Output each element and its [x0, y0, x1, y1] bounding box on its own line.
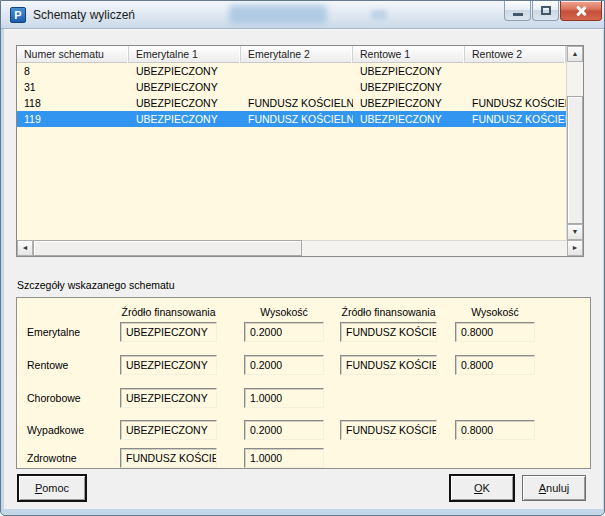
- redacted-area: [229, 5, 327, 24]
- wypadkowe-zrodlo-1-field[interactable]: UBEZPIECZONY: [120, 420, 217, 440]
- table-cell[interactable]: 118: [17, 95, 129, 111]
- maximize-icon: [541, 6, 551, 15]
- close-icon: [575, 5, 587, 17]
- scroll-left-button[interactable]: ◄: [17, 240, 33, 256]
- wypadkowe-zrodlo-2-field[interactable]: FUNDUSZ KOŚCIELNY: [340, 420, 437, 440]
- vertical-scroll-thumb[interactable]: [567, 96, 583, 224]
- dialog-window: P Schematy wyliczeń Numer schematu Emery…: [0, 0, 605, 516]
- row-label-wypadkowe: Wypadkowe: [27, 424, 84, 436]
- table-header: Numer schematu Emerytalne 1 Emerytalne 2…: [17, 46, 566, 63]
- details-header-zrodlo-2: Źródło finansowania: [340, 306, 437, 318]
- scroll-right-icon: ►: [572, 244, 579, 251]
- table-cell[interactable]: 119: [17, 111, 129, 127]
- vertical-scrollbar[interactable]: ▲ ▼: [566, 46, 583, 240]
- table-cell[interactable]: UBEZPIECZONY: [129, 95, 241, 111]
- details-header-wysokosc-1: Wysokość: [244, 306, 324, 318]
- row-label-zdrowotne: Zdrowotne: [27, 452, 77, 464]
- scroll-left-icon: ◄: [22, 244, 29, 251]
- scroll-up-icon: ▲: [572, 50, 579, 57]
- close-button[interactable]: [560, 1, 602, 21]
- column-header-emerytalne-1[interactable]: Emerytalne 1: [129, 46, 241, 63]
- row-label-chorobowe: Chorobowe: [27, 392, 81, 404]
- column-header-rentowe-1[interactable]: Rentowe 1: [353, 46, 465, 63]
- row-label-rentowe: Rentowe: [27, 359, 68, 371]
- table-cell[interactable]: 8: [17, 63, 129, 79]
- details-section-label: Szczegóły wskazanego schematu: [17, 279, 175, 291]
- table-cell[interactable]: [465, 79, 566, 95]
- rentowe-zrodlo-2-field[interactable]: FUNDUSZ KOŚCIELNY: [340, 355, 437, 375]
- table-cell[interactable]: UBEZPIECZONY: [353, 63, 465, 79]
- window-title: Schematy wyliczeń: [33, 8, 135, 22]
- table-cell[interactable]: FUNDUSZ KOŚCIELNY: [241, 95, 353, 111]
- wypadkowe-wysokosc-1-field[interactable]: 0.2000: [244, 420, 324, 440]
- rentowe-zrodlo-1-field[interactable]: UBEZPIECZONY: [120, 355, 217, 375]
- table-cell[interactable]: [241, 63, 353, 79]
- chorobowe-zrodlo-1-field[interactable]: UBEZPIECZONY: [120, 388, 217, 408]
- maximize-button[interactable]: [532, 1, 559, 21]
- redacted-area: [371, 10, 387, 20]
- ok-button[interactable]: OK: [450, 475, 514, 501]
- help-button-label: Pomoc: [35, 482, 69, 494]
- table-cell[interactable]: FUNDUSZ KOŚCIELNY: [241, 111, 353, 127]
- cancel-button[interactable]: Anuluj: [522, 475, 586, 501]
- scroll-right-button[interactable]: ►: [567, 240, 583, 256]
- scroll-down-button[interactable]: ▼: [567, 224, 583, 240]
- emerytalne-wysokosc-2-field[interactable]: 0.8000: [455, 322, 535, 342]
- chorobowe-wysokosc-1-field[interactable]: 1.0000: [244, 388, 324, 408]
- emerytalne-zrodlo-2-field[interactable]: FUNDUSZ KOŚCIELNY: [340, 322, 437, 342]
- horizontal-scroll-thumb[interactable]: [33, 240, 302, 256]
- table-row-selected[interactable]: 119 UBEZPIECZONY FUNDUSZ KOŚCIELNY UBEZP…: [17, 111, 566, 127]
- dialog-client-area: Numer schematu Emerytalne 1 Emerytalne 2…: [4, 29, 603, 509]
- table-cell[interactable]: [465, 63, 566, 79]
- minimize-icon: [513, 13, 523, 16]
- details-panel: Źródło finansowania Wysokość Źródło fina…: [16, 297, 591, 469]
- ok-button-label: OK: [474, 482, 490, 494]
- scroll-up-button[interactable]: ▲: [567, 46, 583, 62]
- row-label-emerytalne: Emerytalne: [27, 326, 80, 338]
- zdrowotne-wysokosc-1-field[interactable]: 1.0000: [244, 448, 324, 468]
- table-cell[interactable]: UBEZPIECZONY: [129, 79, 241, 95]
- help-button[interactable]: Pomoc: [18, 475, 86, 501]
- table-cell[interactable]: [241, 79, 353, 95]
- table-cell[interactable]: UBEZPIECZONY: [353, 79, 465, 95]
- minimize-button[interactable]: [504, 1, 531, 21]
- table-cell[interactable]: FUNDUSZ KOŚCIELNY: [465, 111, 566, 127]
- table-cell[interactable]: UBEZPIECZONY: [129, 63, 241, 79]
- table-row[interactable]: 31 UBEZPIECZONY UBEZPIECZONY: [17, 79, 566, 95]
- wypadkowe-wysokosc-2-field[interactable]: 0.8000: [455, 420, 535, 440]
- table-cell[interactable]: UBEZPIECZONY: [353, 111, 465, 127]
- table-cell[interactable]: 31: [17, 79, 129, 95]
- column-header-rentowe-2[interactable]: Rentowe 2: [465, 46, 566, 63]
- column-header-numer-schematu[interactable]: Numer schematu: [17, 46, 129, 63]
- table-body: 8 UBEZPIECZONY UBEZPIECZONY 31 UBEZPIECZ…: [17, 63, 566, 127]
- schemes-table: Numer schematu Emerytalne 1 Emerytalne 2…: [16, 45, 584, 257]
- table-row[interactable]: 8 UBEZPIECZONY UBEZPIECZONY: [17, 63, 566, 79]
- details-header-wysokosc-2: Wysokość: [455, 306, 535, 318]
- table-cell[interactable]: UBEZPIECZONY: [129, 111, 241, 127]
- rentowe-wysokosc-1-field[interactable]: 0.2000: [244, 355, 324, 375]
- scroll-down-icon: ▼: [572, 228, 579, 235]
- column-header-emerytalne-2[interactable]: Emerytalne 2: [241, 46, 353, 63]
- table-cell[interactable]: UBEZPIECZONY: [353, 95, 465, 111]
- titlebar[interactable]: P Schematy wyliczeń: [1, 1, 604, 29]
- table-row[interactable]: 118 UBEZPIECZONY FUNDUSZ KOŚCIELNY UBEZP…: [17, 95, 566, 111]
- zdrowotne-zrodlo-1-field[interactable]: FUNDUSZ KOŚCIELNY: [120, 448, 217, 468]
- app-icon: P: [10, 7, 26, 23]
- table-cell[interactable]: FUNDUSZ KOŚCIELNY: [465, 95, 566, 111]
- cancel-button-label: Anuluj: [539, 482, 570, 494]
- details-header-zrodlo-1: Źródło finansowania: [120, 306, 217, 318]
- emerytalne-wysokosc-1-field[interactable]: 0.2000: [244, 322, 324, 342]
- emerytalne-zrodlo-1-field[interactable]: UBEZPIECZONY: [120, 322, 217, 342]
- rentowe-wysokosc-2-field[interactable]: 0.8000: [455, 355, 535, 375]
- horizontal-scrollbar[interactable]: ◄ ►: [17, 240, 583, 256]
